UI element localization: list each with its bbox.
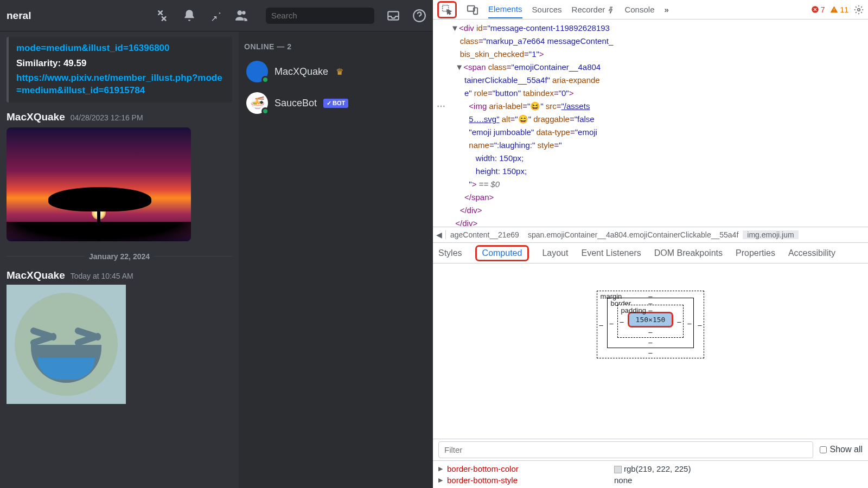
tab-layout[interactable]: Layout <box>542 248 568 258</box>
inbox-icon[interactable] <box>386 9 400 23</box>
message-image[interactable] <box>7 127 191 241</box>
members-sidebar: ONLINE — 2 MacXQuake ♛ SauceBot ✓ BOT <box>239 31 433 488</box>
devtools-tabbar: Elements Sources Recorder Console » 7 11 <box>433 0 868 20</box>
channel-header: neral <box>0 0 433 31</box>
message-time: 04/28/2023 12:16 PM <box>71 113 143 122</box>
box-model[interactable]: margin – – – – border – – – – padding – … <box>433 264 868 439</box>
breadcrumb-back-icon[interactable]: ◀ <box>433 230 446 239</box>
styles-tabbar: Styles Computed Layout Event Listeners D… <box>433 243 868 264</box>
tab-sources[interactable]: Sources <box>532 1 562 18</box>
breadcrumb-item[interactable]: img.emoji.jum <box>743 230 798 239</box>
tab-recorder[interactable]: Recorder <box>572 1 615 18</box>
breadcrumb-item[interactable]: ageContent__21e69 <box>446 230 524 239</box>
member-item[interactable]: MacXQuake ♛ <box>244 57 427 86</box>
more-icon[interactable]: ⋯ <box>437 101 445 111</box>
tab-elements[interactable]: Elements <box>488 1 522 18</box>
dom-line[interactable]: </div> <box>437 204 864 217</box>
tab-dom-breakpoints[interactable]: DOM Breakpoints <box>654 248 723 258</box>
dom-line[interactable]: bis_skin_checked="1"> <box>437 48 864 61</box>
message-author[interactable]: MacXQuake <box>7 269 65 281</box>
pinned-icon[interactable] <box>208 9 222 23</box>
embed-link-1[interactable]: mode=medium&illust_id=16396800 <box>16 42 225 55</box>
channel-name: neral <box>7 10 31 22</box>
tab-computed[interactable]: Computed <box>482 248 522 258</box>
message-time: Today at 10:45 AM <box>71 272 133 280</box>
search-box[interactable] <box>266 8 374 24</box>
bot-tag: ✓ BOT <box>323 99 348 108</box>
similarity-text: Similarity: 49.59 <box>16 58 225 69</box>
tabs-overflow-icon[interactable]: » <box>664 5 668 14</box>
message-meta: MacXQuake 04/28/2023 12:16 PM <box>7 111 232 123</box>
message-author[interactable]: MacXQuake <box>7 111 65 123</box>
date-divider: January 22, 2024 <box>7 252 232 261</box>
avatar[interactable] <box>246 92 268 114</box>
computed-list[interactable]: ▶border-bottom-colorrgb(219, 222, 225)▶b… <box>433 460 868 488</box>
settings-icon[interactable] <box>854 5 864 15</box>
dom-line[interactable]: "> == $0 <box>437 178 864 191</box>
header-icons <box>156 8 426 24</box>
jumbo-emoji[interactable] <box>7 285 126 404</box>
members-icon[interactable] <box>234 9 248 23</box>
member-name: MacXQuake <box>275 66 328 78</box>
avatar[interactable] <box>246 61 268 82</box>
device-toggle-icon[interactable] <box>467 4 478 16</box>
breadcrumb-bar: ◀ ageContent__21e69 span.emojiContainer_… <box>433 227 868 243</box>
tab-event-listeners[interactable]: Event Listeners <box>581 248 641 258</box>
message-meta: MacXQuake Today at 10:45 AM <box>7 269 232 281</box>
help-icon[interactable] <box>412 9 426 23</box>
tab-accessibility[interactable]: Accessibility <box>788 248 835 258</box>
dom-line[interactable]: <img aria-label="😆" src="/assets <box>437 100 864 113</box>
warning-count[interactable]: 11 <box>830 5 848 14</box>
inspect-tool-highlight <box>437 1 457 18</box>
computed-row[interactable]: ▶border-bottom-colorrgb(219, 222, 225) <box>438 463 863 474</box>
threads-icon[interactable] <box>156 9 170 23</box>
dom-line[interactable]: height: 150px; <box>437 165 864 178</box>
show-all-checkbox[interactable]: Show all <box>820 445 863 454</box>
breadcrumb-item[interactable]: span.emojiContainer__4a804.emojiContaine… <box>524 230 743 239</box>
dom-line[interactable]: </span> <box>437 191 864 204</box>
dom-line[interactable]: name=":laughing:" style=" <box>437 139 864 152</box>
dom-line[interactable]: ▼<div id="message-content-119892628193 <box>437 22 864 35</box>
dom-line[interactable]: class="markup_a7e664 messageContent_ <box>437 35 864 48</box>
messages-column[interactable]: mode=medium&illust_id=16396800 Similarit… <box>0 31 239 488</box>
error-count[interactable]: 7 <box>811 5 825 14</box>
dom-line[interactable]: width: 150px; <box>437 152 864 165</box>
filter-input[interactable] <box>438 441 813 458</box>
search-input[interactable] <box>271 11 374 20</box>
embed-link-2[interactable]: https://www.pixiv.net/member_illust.php?… <box>16 72 225 97</box>
dom-line[interactable]: 5….svg" alt="😄" draggable="false <box>437 113 864 126</box>
inspect-icon[interactable] <box>441 4 453 16</box>
computed-tab-highlight: Computed <box>475 245 529 261</box>
dom-line[interactable]: "emoji jumboable" data-type="emoji <box>437 126 864 139</box>
divider-date: January 22, 2024 <box>89 252 150 261</box>
computed-row[interactable]: ▶border-bottom-stylenone <box>438 474 863 486</box>
notifications-icon[interactable] <box>182 9 196 23</box>
discord-app: neral mode=medium&illust_id=16396800 Sim… <box>0 0 433 488</box>
dom-line[interactable]: e" role="button" tabindex="0"> <box>437 87 864 100</box>
crown-icon: ♛ <box>336 67 343 77</box>
svg-point-6 <box>858 8 860 11</box>
tab-console[interactable]: Console <box>624 1 654 18</box>
computed-filter: Show all <box>433 439 868 460</box>
embed-card: mode=medium&illust_id=16396800 Similarit… <box>7 37 232 102</box>
dom-line[interactable]: </div> <box>437 217 864 227</box>
tab-properties[interactable]: Properties <box>736 248 775 258</box>
dom-line[interactable]: tainerClickable__55a4f" aria-expande <box>437 74 864 87</box>
tab-styles[interactable]: Styles <box>438 248 462 258</box>
dom-line[interactable]: ▼<span class="emojiContainer__4a804 <box>437 61 864 74</box>
dom-tree[interactable]: ▼<div id="message-content-119892628193 c… <box>433 20 868 227</box>
members-header: ONLINE — 2 <box>244 42 427 51</box>
devtools: Elements Sources Recorder Console » 7 11… <box>433 0 868 488</box>
member-name: SauceBot <box>275 98 317 109</box>
member-item[interactable]: SauceBot ✓ BOT <box>244 89 427 117</box>
